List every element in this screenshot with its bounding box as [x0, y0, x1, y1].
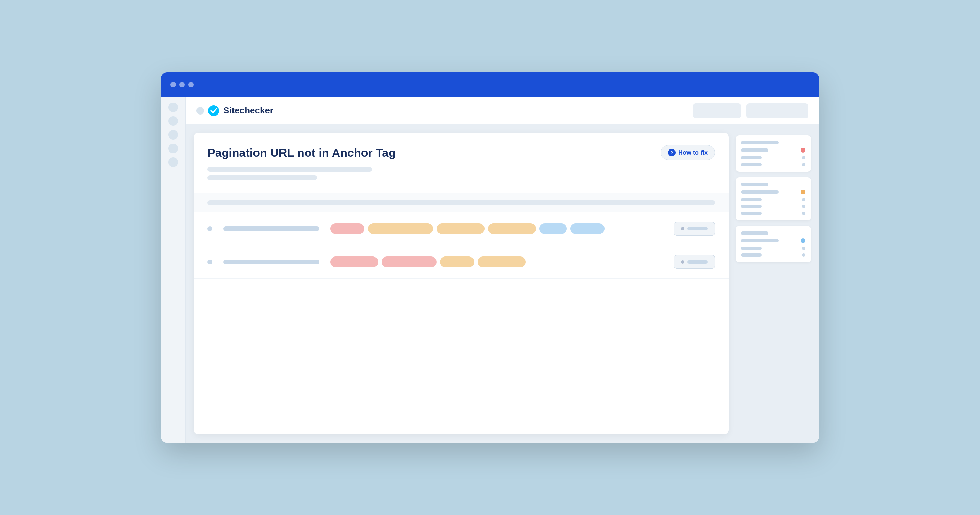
browser-window: Sitechecker Pagination URL not in Anchor…	[161, 72, 819, 443]
row-action-2[interactable]	[674, 255, 715, 269]
tag-pink-3	[382, 256, 436, 267]
panel-section-3	[735, 226, 811, 262]
row-label-2	[223, 259, 319, 264]
nav-button-2[interactable]	[746, 103, 808, 118]
tag-blue-2	[570, 223, 605, 234]
action-dot-2	[681, 260, 684, 264]
panel-item-3-4	[741, 253, 805, 257]
tag-orange-2	[436, 223, 485, 234]
panel-item-1-4	[741, 163, 805, 166]
browser-dot-3	[188, 82, 194, 87]
tag-orange-4	[440, 256, 474, 267]
tag-pink-2	[330, 256, 378, 267]
panel-line-3-3	[741, 246, 762, 250]
panel-item-1-2	[741, 148, 805, 153]
panel-item-3-2	[741, 238, 805, 243]
logo-area: Sitechecker	[196, 105, 273, 117]
filter-row	[194, 193, 729, 212]
card-title: Pagination URL not in Anchor Tag	[207, 146, 396, 159]
tag-orange-3	[488, 223, 536, 234]
card-title-row: Pagination URL not in Anchor Tag ? How t…	[207, 145, 715, 160]
desc-line-1	[207, 167, 372, 172]
panel-item-3-1	[741, 231, 805, 235]
panel-line-1-1	[741, 141, 779, 145]
browser-dots	[170, 82, 194, 87]
panel-item-2-2	[741, 190, 805, 194]
logo-icon	[207, 105, 220, 117]
content-area: Pagination URL not in Anchor Tag ? How t…	[186, 124, 819, 443]
panel-dot-orange	[801, 190, 805, 194]
panel-section-1	[735, 135, 811, 172]
panel-dot-sm-3	[802, 198, 805, 201]
panel-line-2-2	[741, 190, 779, 194]
browser-titlebar	[161, 72, 819, 97]
panel-line-3-4	[741, 253, 762, 257]
panel-dot-red	[801, 148, 805, 153]
tag-orange-1	[368, 223, 433, 234]
row-label-1	[223, 226, 319, 231]
panel-item-3-3	[741, 246, 805, 250]
browser-dot-2	[179, 82, 185, 87]
how-to-fix-label: How to fix	[678, 149, 708, 156]
tag-pink-1	[330, 223, 364, 234]
svg-point-0	[208, 105, 219, 116]
row-tags-2	[330, 256, 663, 267]
help-icon: ?	[668, 149, 676, 156]
panel-line-2-5	[741, 211, 762, 215]
panel-item-2-1	[741, 183, 805, 186]
row-bullet-1	[207, 226, 212, 231]
right-panel	[735, 133, 811, 434]
logo-circle	[196, 107, 204, 114]
table-row-2	[194, 245, 729, 279]
panel-item-1-3	[741, 156, 805, 159]
how-to-fix-button[interactable]: ? How to fix	[661, 145, 715, 160]
panel-line-3-2	[741, 239, 779, 242]
sidebar-circle-4	[169, 144, 178, 153]
panel-line-2-4	[741, 205, 762, 208]
table-row	[194, 212, 729, 245]
browser-dot-1	[170, 82, 176, 87]
sidebar-circle-2	[169, 116, 178, 126]
browser-body: Sitechecker Pagination URL not in Anchor…	[161, 97, 819, 443]
sidebar-circle-5	[169, 157, 178, 167]
panel-dot-blue	[801, 238, 805, 243]
panel-dot-sm-4	[802, 205, 805, 208]
panel-line-2-3	[741, 198, 762, 201]
panel-dot-sm-5	[802, 211, 805, 215]
nav-buttons	[693, 103, 808, 118]
panel-dot-sm-7	[802, 253, 805, 257]
tag-orange-5	[478, 256, 526, 267]
panel-item-2-3	[741, 198, 805, 201]
sidebar-circle-3	[169, 130, 178, 140]
main-area: Sitechecker Pagination URL not in Anchor…	[186, 97, 819, 443]
filter-bar	[207, 200, 715, 205]
action-line-2	[687, 260, 708, 264]
nav-button-1[interactable]	[693, 103, 741, 118]
desc-line-2	[207, 175, 317, 180]
panel-item-2-4	[741, 205, 805, 208]
sidebar	[161, 97, 186, 443]
panel-line-3-1	[741, 231, 768, 235]
action-line-1	[687, 227, 708, 230]
sidebar-circle-1	[169, 103, 178, 112]
logo-text: Sitechecker	[223, 105, 273, 116]
card-header: Pagination URL not in Anchor Tag ? How t…	[194, 133, 729, 193]
main-card: Pagination URL not in Anchor Tag ? How t…	[194, 133, 729, 434]
panel-line-1-4	[741, 163, 762, 166]
panel-section-2	[735, 177, 811, 221]
panel-dot-sm-2	[802, 163, 805, 166]
row-tags-1	[330, 223, 663, 234]
panel-dot-sm-6	[802, 246, 805, 250]
tag-blue-1	[539, 223, 567, 234]
panel-line-2-1	[741, 183, 768, 186]
row-bullet-2	[207, 259, 212, 264]
top-nav: Sitechecker	[186, 97, 819, 124]
row-action-1[interactable]	[674, 222, 715, 235]
panel-item-1-1	[741, 141, 805, 145]
panel-line-1-2	[741, 148, 768, 152]
panel-dot-sm-1	[802, 156, 805, 159]
panel-line-1-3	[741, 156, 762, 159]
panel-item-2-5	[741, 211, 805, 215]
action-dot-1	[681, 227, 684, 230]
